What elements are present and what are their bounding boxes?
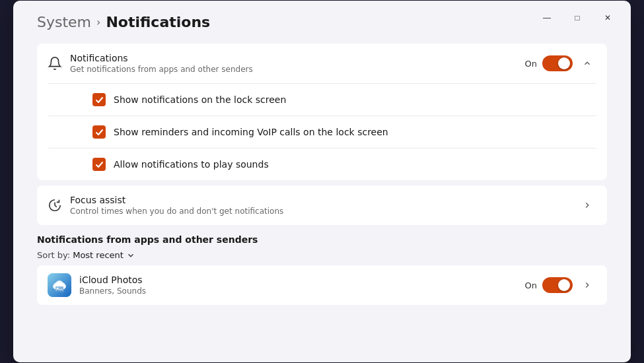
- lock-screen-checkbox[interactable]: [92, 93, 106, 106]
- voip-label: Show reminders and incoming VoIP calls o…: [114, 127, 388, 137]
- sounds-label: Allow notifications to play sounds: [114, 159, 269, 170]
- titlebar: — □ ✕: [524, 1, 631, 35]
- bell-icon: [48, 56, 62, 71]
- icloud-photos-subtitle: Banners, Sounds: [79, 286, 517, 296]
- icloud-photos-text: iCloud Photos Banners, Sounds: [79, 275, 517, 296]
- main-content: System › Notifications Notifications Get…: [13, 1, 631, 321]
- focus-assist-title: Focus assist: [70, 195, 570, 205]
- notifications-subtitle: Get notifications from apps and other se…: [70, 65, 517, 74]
- sounds-checkbox[interactable]: [92, 158, 106, 171]
- breadcrumb-separator: ›: [96, 16, 100, 28]
- notifications-header-row: Notifications Get notifications from app…: [37, 44, 607, 83]
- notifications-toggle[interactable]: [542, 55, 573, 71]
- apps-section-title: Notifications from apps and other sender…: [37, 234, 607, 245]
- focus-assist-row[interactable]: Focus assist Control times when you do a…: [37, 185, 607, 225]
- page-title: Notifications: [106, 14, 210, 30]
- icloud-photos-name: iCloud Photos: [79, 275, 517, 285]
- sort-dropdown[interactable]: Most recent: [73, 250, 135, 260]
- focus-assist-card: Focus assist Control times when you do a…: [37, 185, 607, 225]
- sort-row: Sort by: Most recent: [37, 250, 607, 260]
- notifications-title: Notifications: [70, 53, 517, 63]
- notifications-card: Notifications Get notifications from app…: [37, 44, 607, 180]
- checkbox-row-1: Show notifications on the lock screen: [37, 84, 607, 116]
- breadcrumb-system[interactable]: System: [37, 14, 91, 30]
- voip-checkbox[interactable]: [92, 125, 106, 139]
- icloud-photos-toggle[interactable]: [542, 277, 573, 293]
- checkbox-row-3: Allow notifications to play sounds: [37, 148, 607, 180]
- focus-assist-arrow[interactable]: [578, 196, 596, 214]
- close-button[interactable]: ✕: [592, 7, 623, 28]
- focus-assist-subtitle: Control times when you do and don't get …: [70, 207, 570, 216]
- icloud-photos-arrow[interactable]: [578, 276, 596, 294]
- notifications-text-block: Notifications Get notifications from app…: [70, 53, 517, 74]
- notifications-controls: On: [525, 54, 596, 73]
- icloud-photos-card: iCloud Photos Banners, Sounds On: [37, 265, 607, 305]
- maximize-button[interactable]: □: [562, 7, 592, 28]
- icloud-photos-controls: On: [525, 276, 596, 294]
- minimize-button[interactable]: —: [532, 7, 562, 28]
- focus-assist-text: Focus assist Control times when you do a…: [70, 195, 570, 216]
- icloud-photos-row: iCloud Photos Banners, Sounds On: [37, 265, 607, 305]
- icloud-photos-icon: [48, 273, 71, 297]
- sort-by-label: Sort by:: [37, 250, 70, 260]
- focus-icon: [48, 198, 62, 213]
- icloud-toggle-label: On: [525, 280, 537, 290]
- breadcrumb: System › Notifications: [37, 14, 607, 30]
- sort-value: Most recent: [73, 250, 124, 260]
- settings-window: — □ ✕ System › Notifications Notificatio: [13, 1, 631, 362]
- notifications-collapse-button[interactable]: [578, 54, 596, 73]
- checkbox-row-2: Show reminders and incoming VoIP calls o…: [37, 116, 607, 148]
- lock-screen-label: Show notifications on the lock screen: [114, 94, 286, 105]
- toggle-on-label: On: [525, 59, 537, 69]
